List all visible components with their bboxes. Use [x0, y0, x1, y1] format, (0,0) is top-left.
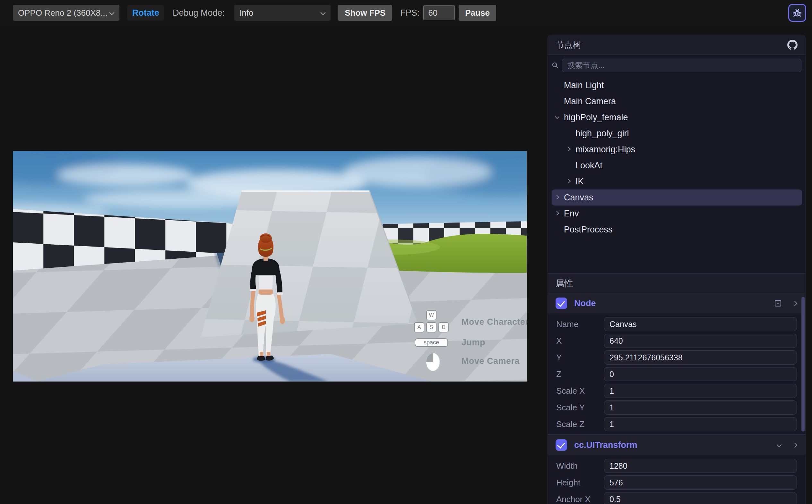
tree-expand-chevron-icon[interactable]	[554, 98, 564, 105]
property-label: Width	[556, 461, 604, 471]
tree-item[interactable]: highPoly_female	[552, 109, 802, 125]
tree-expand-chevron-icon[interactable]	[554, 82, 564, 88]
property-label: Y	[556, 353, 604, 363]
tree-expand-chevron-icon[interactable]	[554, 114, 564, 121]
tree-expand-chevron-icon[interactable]	[566, 178, 575, 185]
tree-item-label: high_poly_girl	[575, 129, 629, 139]
node-tree-list: Main Light Main Camera highPoly_female h…	[548, 76, 805, 238]
panel-scrollbar[interactable]	[801, 297, 805, 432]
tree-item[interactable]: high_poly_girl	[552, 125, 802, 141]
property-label: Anchor X	[556, 494, 604, 504]
property-value-input[interactable]	[604, 317, 797, 331]
chevron-down-icon[interactable]	[776, 442, 782, 448]
mouse-icon	[426, 352, 440, 372]
property-value-input[interactable]	[604, 459, 797, 473]
pause-button[interactable]: Pause	[459, 5, 496, 21]
debug-mode-value: Info	[240, 8, 253, 18]
key-space: space	[415, 338, 448, 347]
tree-item[interactable]: Canvas	[552, 189, 802, 206]
inspector-title: 属性	[555, 278, 573, 289]
property-value-input[interactable]	[604, 417, 797, 431]
tree-expand-chevron-icon[interactable]	[566, 130, 575, 137]
property-label: Name	[556, 319, 604, 329]
inspect-box-icon[interactable]	[774, 300, 782, 307]
inspector-header: 属性	[548, 273, 805, 293]
github-icon[interactable]	[787, 40, 798, 50]
tree-item[interactable]: Env	[552, 206, 802, 222]
node-tree-title: 节点树	[555, 39, 581, 51]
tree-expand-chevron-icon[interactable]	[554, 210, 564, 217]
property-row: X	[548, 332, 805, 349]
component-enabled-checkbox[interactable]	[555, 439, 567, 451]
tree-expand-chevron-icon[interactable]	[566, 162, 575, 169]
debug-panel-toggle-button[interactable]	[788, 4, 806, 22]
property-label: Z	[556, 369, 604, 379]
property-row: Scale Y	[548, 399, 805, 416]
property-row: Height	[548, 474, 805, 491]
legend-move-camera: Move Camera	[461, 356, 520, 366]
tree-item-label: IK	[575, 177, 584, 187]
property-row: Width	[548, 458, 805, 474]
property-value-input[interactable]	[604, 475, 797, 490]
key-w: W	[426, 310, 436, 320]
show-fps-button[interactable]: Show FPS	[338, 5, 392, 21]
property-row: Name	[548, 316, 805, 332]
tree-item-label: highPoly_female	[564, 113, 628, 122]
tree-item[interactable]: mixamorig:Hips	[552, 141, 802, 157]
component-header-node: Node	[548, 293, 805, 313]
legend-jump: Jump	[461, 338, 485, 348]
component-name: cc.UITransform	[574, 440, 638, 450]
legend-move-character: Move Character	[461, 317, 527, 327]
property-value-input[interactable]	[604, 367, 797, 381]
component-header-uitransform: cc.UITransform	[548, 435, 805, 455]
tree-item[interactable]: PostProcess	[552, 222, 802, 238]
tree-item[interactable]: Main Light	[552, 77, 802, 93]
rotate-button[interactable]: Rotate	[127, 5, 164, 21]
device-select-value: OPPO Reno 2 (360X8...	[18, 8, 107, 18]
component-enabled-checkbox[interactable]	[555, 298, 567, 309]
tree-item-label: Canvas	[564, 193, 593, 203]
property-value-input[interactable]	[604, 334, 797, 348]
fps-input[interactable]	[423, 5, 455, 20]
property-label: Scale Y	[556, 403, 604, 413]
debug-mode-select[interactable]: Info	[234, 5, 331, 21]
device-select[interactable]: OPPO Reno 2 (360X8...	[13, 5, 119, 21]
uitransform-properties: Width Height Anchor X	[548, 455, 805, 504]
property-label: X	[556, 336, 604, 346]
key-d: D	[438, 322, 449, 332]
tree-expand-chevron-icon[interactable]	[554, 194, 564, 201]
tree-item[interactable]: IK	[552, 173, 802, 189]
chevron-down-icon	[320, 10, 326, 15]
tree-item-label: Main Light	[564, 80, 604, 90]
node-search-row	[548, 55, 805, 76]
tree-item-label: mixamorig:Hips	[575, 145, 635, 155]
game-scene	[13, 151, 527, 382]
tree-item-label: PostProcess	[564, 225, 613, 235]
tree-item[interactable]: LookAt	[552, 157, 802, 173]
property-value-input[interactable]	[604, 384, 797, 398]
node-search-input[interactable]	[562, 59, 801, 72]
fps-label: FPS:	[400, 8, 419, 18]
component-name: Node	[574, 298, 596, 308]
game-canvas[interactable]: W A S D space Move Character Jump Move C…	[13, 151, 527, 382]
chevron-right-icon[interactable]	[792, 442, 798, 448]
tree-expand-chevron-icon[interactable]	[566, 146, 575, 153]
property-label: Height	[556, 478, 604, 488]
property-value-input[interactable]	[604, 492, 797, 504]
tree-item-label: Main Camera	[564, 97, 616, 106]
debug-side-panel: 节点树 Main Light Main Camera highPoly_fema…	[547, 35, 806, 504]
node-tree-header: 节点树	[548, 35, 805, 55]
property-value-input[interactable]	[604, 400, 797, 415]
key-a: A	[414, 322, 424, 332]
property-value-input[interactable]	[604, 350, 797, 365]
property-row: Anchor X	[548, 491, 805, 504]
tree-item-label: LookAt	[575, 161, 602, 171]
search-icon	[552, 62, 559, 69]
tree-item[interactable]: Main Camera	[552, 93, 802, 109]
bug-icon	[792, 7, 803, 18]
tree-expand-chevron-icon[interactable]	[554, 226, 564, 233]
node-properties: Name X Y Z Scale X Scale Y Scale Z	[548, 313, 805, 434]
property-row: Scale X	[548, 382, 805, 399]
property-row: Y	[548, 349, 805, 366]
chevron-right-icon[interactable]	[792, 301, 798, 306]
